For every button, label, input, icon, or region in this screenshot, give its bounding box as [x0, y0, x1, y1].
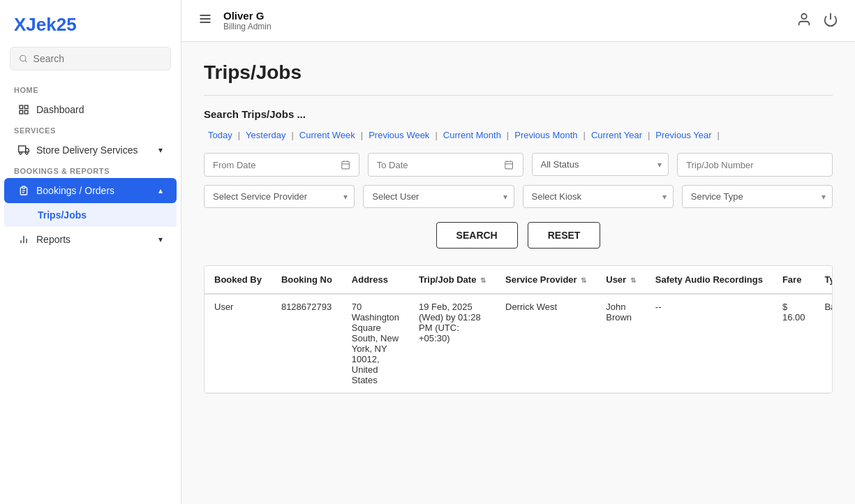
sidebar-item-bookings-orders[interactable]: Bookings / Orders ▴ [4, 178, 177, 203]
col-booked-by: Booked By [205, 266, 272, 294]
sidebar-search-box[interactable] [10, 47, 171, 71]
date-link-current-week[interactable]: Current Week [295, 130, 359, 140]
from-date-wrapper[interactable] [204, 153, 359, 177]
power-icon[interactable] [823, 12, 838, 29]
kiosk-select[interactable]: Select Kiosk [523, 185, 674, 208]
title-divider [204, 95, 833, 96]
trip-job-number-wrapper[interactable] [677, 153, 833, 177]
user-role: Billing Admin [223, 22, 785, 31]
sidebar-sub-item-label: Trips/Jobs [38, 209, 87, 221]
section-home-label: HOME [0, 82, 181, 97]
chevron-down-icon: ▾ [158, 235, 163, 244]
date-link-previous-week[interactable]: Previous Week [364, 130, 433, 140]
truck-icon [18, 144, 29, 156]
kiosk-select-wrapper[interactable]: Select Kiosk [523, 185, 674, 208]
status-select[interactable]: All Status Active Completed Cancelled [532, 153, 669, 176]
service-provider-select-wrapper[interactable]: Select Service Provider [204, 185, 355, 208]
calendar-icon [341, 159, 350, 170]
svg-rect-4 [20, 110, 23, 114]
section-bookings-label: BOOKINGS & REPORTS [0, 163, 181, 178]
cell-address: 70 Washington Square South, New York, NY… [342, 294, 409, 393]
cell-type: Basic [815, 294, 833, 393]
status-select-wrapper[interactable]: All Status Active Completed Cancelled [532, 153, 669, 177]
reset-button[interactable]: RESET [528, 222, 601, 249]
service-provider-select[interactable]: Select Service Provider [204, 185, 355, 208]
search-input[interactable] [34, 53, 162, 64]
col-type: Type [815, 266, 833, 294]
svg-rect-25 [505, 161, 513, 169]
logo: XJek25 [0, 0, 181, 47]
topbar: Oliver G Billing Admin [181, 0, 855, 42]
trip-job-number-input[interactable] [686, 160, 824, 170]
search-button[interactable]: SEARCH [436, 222, 518, 249]
svg-point-8 [20, 152, 22, 154]
svg-point-19 [801, 14, 806, 19]
sidebar-item-dashboard[interactable]: Dashboard [4, 97, 177, 122]
sidebar-item-trips-jobs[interactable]: Trips/Jobs [4, 203, 177, 227]
svg-rect-6 [19, 146, 26, 152]
user-select-wrapper[interactable]: Select User [363, 185, 514, 208]
sort-icon: ⇅ [581, 276, 586, 284]
chevron-down-icon: ▾ [158, 145, 163, 155]
cell-user: John Brown [596, 294, 646, 393]
page-title: Trips/Jobs [204, 61, 833, 84]
svg-rect-2 [20, 105, 23, 109]
filter-row-1: All Status Active Completed Cancelled [204, 153, 833, 177]
table-row: User 8128672793 70 Washington Square Sou… [205, 294, 833, 393]
menu-icon[interactable] [198, 12, 212, 29]
svg-point-9 [26, 152, 28, 154]
topbar-icons [796, 12, 838, 29]
to-date-wrapper[interactable] [368, 153, 523, 177]
col-safety-audio: Safety Audio Recordings [646, 266, 773, 294]
page-area: Trips/Jobs Search Trips/Jobs ... Today |… [181, 42, 855, 504]
table-header-row: Booked By Booking No Address Trip/Job Da… [205, 266, 833, 294]
chevron-up-icon: ▴ [158, 186, 163, 195]
results-table: Booked By Booking No Address Trip/Job Da… [205, 266, 833, 393]
svg-line-1 [25, 60, 27, 61]
grid-icon [18, 104, 29, 115]
sidebar-item-reports[interactable]: Reports ▾ [4, 227, 177, 252]
clipboard-icon [18, 185, 29, 196]
sort-icon: ⇅ [480, 276, 486, 284]
sidebar-item-label: Reports [36, 234, 70, 245]
sidebar: XJek25 HOME Dashboard SERVICES Store Del… [0, 0, 181, 504]
cell-booked-by: User [205, 294, 272, 393]
search-icon [19, 54, 28, 64]
date-links: Today | Yesterday | Current Week | Previ… [204, 130, 833, 140]
date-link-current-year[interactable]: Current Year [587, 130, 646, 140]
user-icon[interactable] [796, 12, 812, 29]
date-link-previous-month[interactable]: Previous Month [510, 130, 581, 140]
sidebar-item-label: Dashboard [36, 104, 84, 115]
service-type-select-wrapper[interactable]: Service Type Basic Premium [682, 185, 833, 208]
col-trip-job-date[interactable]: Trip/Job Date ⇅ [409, 266, 496, 294]
col-user[interactable]: User ⇅ [596, 266, 646, 294]
sort-icon: ⇅ [630, 276, 636, 284]
user-select[interactable]: Select User [363, 185, 514, 208]
col-service-provider[interactable]: Service Provider ⇅ [496, 266, 596, 294]
service-type-select[interactable]: Service Type Basic Premium [682, 185, 833, 208]
cell-fare: $ 16.00 [773, 294, 815, 393]
date-link-current-month[interactable]: Current Month [439, 130, 505, 140]
cell-safety-audio: -- [646, 294, 773, 393]
btn-row: SEARCH RESET [204, 222, 833, 249]
from-date-input[interactable] [213, 160, 335, 170]
svg-rect-3 [24, 105, 28, 109]
svg-marker-7 [26, 148, 29, 151]
to-date-input[interactable] [377, 160, 499, 170]
svg-rect-21 [341, 161, 349, 169]
date-link-today[interactable]: Today [204, 130, 237, 140]
sidebar-item-label: Bookings / Orders [36, 185, 114, 196]
col-fare: Fare [773, 266, 815, 294]
cell-booking-no: 8128672793 [272, 294, 342, 393]
date-link-previous-year[interactable]: Previous Year [651, 130, 715, 140]
date-link-yesterday[interactable]: Yesterday [241, 130, 290, 140]
section-services-label: SERVICES [0, 122, 181, 138]
main-content: Oliver G Billing Admin Trips/Jobs Search… [181, 0, 855, 504]
bar-chart-icon [18, 234, 29, 245]
sidebar-item-store-delivery[interactable]: Store Delivery Services ▾ [4, 138, 177, 163]
col-address: Address [342, 266, 409, 294]
cell-trip-job-date: 19 Feb, 2025 (Wed) by 01:28 PM (UTC: +05… [409, 294, 496, 393]
sidebar-item-label: Store Delivery Services [36, 144, 138, 156]
topbar-user: Oliver G Billing Admin [223, 10, 785, 31]
search-label: Search Trips/Jobs ... [204, 108, 833, 120]
